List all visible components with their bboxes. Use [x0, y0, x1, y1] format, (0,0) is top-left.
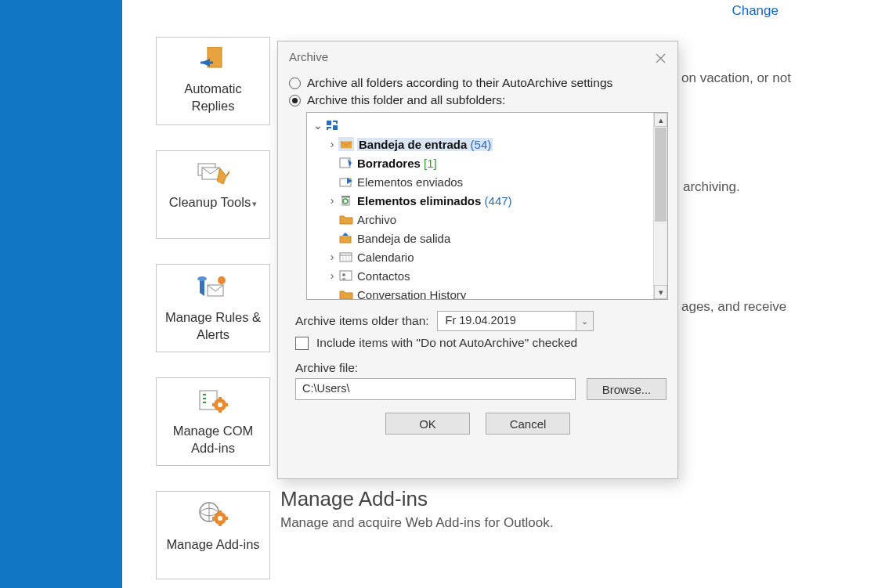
svg-rect-18	[212, 403, 215, 406]
manage-com-icon	[161, 388, 265, 417]
tile-automatic-replies[interactable]: Automatic Replies	[156, 37, 270, 125]
tile-label: Automatic Replies	[184, 81, 241, 114]
archive-file-label: Archive file:	[295, 361, 667, 375]
tree-item-label: Archivo	[357, 213, 396, 226]
tree-item-label: Elementos enviados	[357, 175, 463, 189]
tree-item-label: Elementos eliminados	[357, 194, 481, 207]
tree-item-sent[interactable]: Elementos enviados	[307, 172, 653, 191]
tree-item-label: Bandeja de entrada	[359, 138, 467, 151]
include-do-not-autoarchive[interactable]: Include items with "Do not AutoArchive" …	[295, 336, 667, 350]
close-button[interactable]	[656, 51, 667, 62]
radio-archive-this[interactable]: Archive this folder and all subfolders:	[289, 93, 667, 107]
tree-account-row[interactable]: ⌄	[307, 116, 653, 135]
manage-rules-icon	[161, 274, 265, 304]
svg-rect-34	[341, 196, 350, 197]
chevron-right-icon[interactable]: ›	[326, 138, 338, 150]
dialog-title-text: Archive	[289, 50, 328, 63]
radio-label: Archive this folder and all subfolders:	[307, 93, 505, 107]
trash-icon	[338, 193, 354, 207]
browse-button[interactable]: Browse...	[587, 378, 667, 400]
tile-manage-addins[interactable]: Manage Add-ins	[156, 491, 270, 579]
svg-rect-26	[212, 517, 215, 520]
svg-rect-16	[219, 397, 222, 400]
close-icon	[656, 53, 666, 63]
sent-icon	[338, 175, 354, 189]
folder-icon	[338, 212, 354, 226]
change-link[interactable]: Change	[732, 3, 779, 19]
svg-point-15	[218, 402, 222, 407]
archive-dialog: Archive Archive all folders according to…	[277, 41, 678, 479]
older-than-date-select[interactable]: Fr 19.04.2019 ⌄	[437, 311, 594, 331]
contacts-icon	[338, 269, 354, 283]
svg-point-43	[342, 273, 345, 276]
drafts-icon	[338, 156, 354, 170]
radio-icon	[289, 95, 301, 106]
svg-line-5	[226, 171, 229, 176]
tree-item-drafts[interactable]: Borradores [1]	[307, 153, 653, 172]
inbox-icon	[338, 137, 354, 151]
tree-item-count: (447)	[485, 194, 512, 207]
svg-rect-19	[225, 403, 228, 406]
svg-rect-17	[219, 409, 222, 413]
checkbox-label: Include items with "Do not AutoArchive" …	[316, 336, 577, 350]
chevron-right-icon[interactable]: ›	[326, 269, 338, 282]
outbox-icon	[338, 231, 354, 245]
tile-label: Manage Add-ins	[166, 537, 259, 551]
cancel-button[interactable]: Cancel	[486, 413, 570, 435]
svg-rect-24	[219, 510, 222, 514]
scroll-thumb[interactable]	[655, 128, 667, 222]
left-rail	[0, 0, 122, 588]
tree-item-inbox[interactable]: › Bandeja de entrada (54)	[307, 135, 653, 153]
calendar-icon	[338, 250, 354, 264]
tile-label: Manage Rules & Alerts	[165, 310, 261, 342]
older-than-label: Archive items older than:	[295, 314, 429, 328]
tree-item-label: Bandeja de salida	[357, 232, 450, 245]
cleanup-tools-icon	[161, 161, 265, 189]
tree-item-label: Contactos	[357, 269, 410, 283]
chevron-right-icon[interactable]: ›	[326, 194, 338, 207]
folder-tree[interactable]: ⌄ › B	[306, 112, 668, 300]
tree-scrollbar[interactable]: ▴ ▾	[653, 113, 667, 299]
svg-rect-25	[219, 523, 222, 526]
bg-text-archiving: archiving.	[683, 179, 740, 195]
manage-addins-heading: Manage Add-ins	[280, 487, 428, 511]
tree-item-archive[interactable]: Archivo	[307, 210, 653, 229]
manage-addins-icon	[161, 501, 265, 531]
tree-item-calendar[interactable]: › Calendario	[307, 247, 653, 266]
tree-item-label: Calendario	[357, 251, 414, 264]
tile-manage-com[interactable]: Manage COM Add-ins	[156, 377, 270, 466]
svg-rect-42	[340, 271, 352, 280]
tree-item-contacts[interactable]: › Contactos	[307, 266, 653, 285]
svg-rect-9	[220, 276, 223, 284]
chevron-down-icon[interactable]: ⌄	[312, 119, 324, 132]
tile-cleanup-tools[interactable]: Cleanup Tools▾	[156, 150, 270, 239]
radio-archive-all[interactable]: Archive all folders according to their A…	[289, 76, 667, 90]
tree-item-deleted[interactable]: › Elementos eliminados (447)	[307, 191, 653, 210]
radio-label: Archive all folders according to their A…	[307, 76, 612, 90]
svg-rect-36	[340, 236, 351, 243]
tree-item-outbox[interactable]: Bandeja de salida	[307, 229, 653, 247]
svg-point-6	[197, 276, 207, 281]
manage-addins-sub: Manage and acquire Web Add-ins for Outlo…	[280, 515, 553, 531]
radio-icon	[289, 78, 301, 89]
scroll-up-icon[interactable]: ▴	[654, 113, 667, 127]
older-than-value: Fr 19.04.2019	[438, 312, 576, 330]
archive-file-input[interactable]: C:\Users\	[295, 378, 576, 400]
tree-item-label: Conversation History	[357, 288, 466, 300]
tree-item-count: (54)	[471, 138, 492, 151]
automatic-replies-icon	[161, 47, 265, 75]
exchange-account-icon	[324, 118, 340, 132]
ok-button[interactable]: OK	[385, 413, 470, 435]
tile-manage-rules[interactable]: Manage Rules & Alerts	[156, 264, 270, 352]
tile-label: Manage COM Add-ins	[173, 424, 254, 456]
scroll-down-icon[interactable]: ▾	[654, 285, 667, 299]
tile-label: Cleanup Tools▾	[169, 195, 257, 209]
chevron-down-icon[interactable]: ⌄	[576, 312, 593, 330]
folder-icon	[338, 287, 354, 299]
tree-item-conversation-history[interactable]: Conversation History	[307, 285, 653, 299]
tree-item-label: Borradores	[357, 157, 421, 170]
chevron-right-icon[interactable]: ›	[326, 251, 338, 263]
checkbox-icon	[295, 337, 309, 350]
tree-item-count: [1]	[424, 157, 437, 170]
bg-text-vacation: on vacation, or not	[681, 70, 791, 86]
